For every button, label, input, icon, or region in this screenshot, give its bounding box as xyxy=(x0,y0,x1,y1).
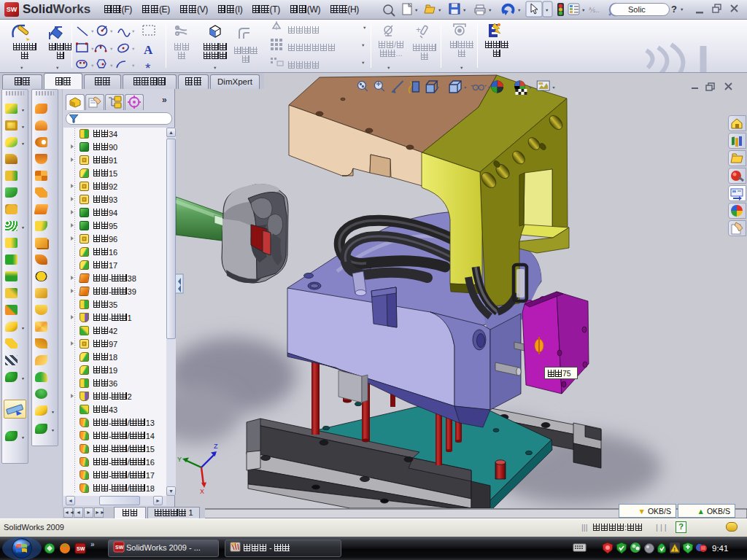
svg-text:▼: ▼ xyxy=(517,8,521,12)
svg-text:▼: ▼ xyxy=(487,85,491,90)
svg-text:▼: ▼ xyxy=(545,8,549,12)
svg-text:?: ? xyxy=(671,4,677,15)
svg-text:▼: ▼ xyxy=(90,47,94,51)
svg-text:+: + xyxy=(416,25,421,35)
svg-text:*: * xyxy=(145,61,151,72)
svg-text:⅍..: ⅍.. xyxy=(589,6,600,14)
svg-text:▼: ▼ xyxy=(109,47,113,51)
svg-text:▼: ▼ xyxy=(551,85,555,90)
svg-text:▼: ▼ xyxy=(528,85,532,90)
svg-text:▼: ▼ xyxy=(414,8,418,12)
svg-text:Y: Y xyxy=(177,456,182,463)
svg-text:▼: ▼ xyxy=(90,29,94,34)
svg-text:▼: ▼ xyxy=(462,8,466,12)
svg-text:▼: ▼ xyxy=(131,47,135,51)
svg-text:»: » xyxy=(90,540,95,548)
svg-text:▼: ▼ xyxy=(438,8,441,12)
svg-text:9:41: 9:41 xyxy=(712,544,728,553)
svg-text:X: X xyxy=(200,488,204,495)
svg-text:▼: ▼ xyxy=(109,29,113,34)
svg-text:▼: ▼ xyxy=(581,8,585,12)
svg-text:▼: ▼ xyxy=(436,85,439,90)
svg-text:▼: ▼ xyxy=(109,63,113,68)
svg-text:Z: Z xyxy=(214,443,218,450)
svg-text:▼: ▼ xyxy=(463,85,467,90)
svg-text:!: ! xyxy=(673,547,675,552)
svg-text:▼: ▼ xyxy=(131,29,135,34)
svg-text:▼: ▼ xyxy=(90,63,94,68)
svg-text:SW: SW xyxy=(77,546,85,551)
svg-text:▼: ▼ xyxy=(488,8,492,12)
svg-text:▼: ▼ xyxy=(131,63,135,68)
svg-text:SW: SW xyxy=(115,545,124,550)
svg-text:A: A xyxy=(144,43,153,57)
svg-text:▼: ▼ xyxy=(680,7,684,12)
